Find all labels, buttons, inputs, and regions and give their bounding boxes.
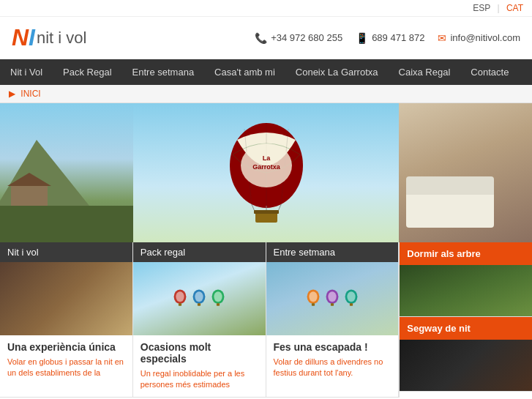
mini-balloon-1 xyxy=(172,288,188,309)
phone2-icon: 📱 xyxy=(356,32,368,44)
room-image xyxy=(0,262,132,335)
mini-balloon-2 xyxy=(191,288,207,309)
house-illustration xyxy=(11,184,48,209)
balloons-image xyxy=(133,262,266,335)
nav-item-caixa-regal[interactable]: Caixa Regal xyxy=(389,59,461,85)
sidebar: Dormir als arbre Segway de nit xyxy=(399,242,532,398)
mini-balloon-6 xyxy=(343,288,359,309)
logo-i: I xyxy=(29,24,35,51)
card-nit-i-vol: Nit i vol Una experiència única Volar en… xyxy=(0,242,133,398)
hero-left-panel xyxy=(0,103,133,242)
phone2-item: 📱 689 471 872 xyxy=(356,32,424,44)
mini-balloon-3 xyxy=(210,288,226,309)
balloons3-image xyxy=(266,262,399,335)
svg-rect-20 xyxy=(217,303,220,306)
svg-point-25 xyxy=(328,291,336,302)
bedroom-scene xyxy=(399,103,532,242)
phone1-icon: 📞 xyxy=(255,32,267,44)
lang-esp[interactable]: ESP xyxy=(473,3,490,13)
sidebar-item-dormir-header: Dormir als arbre xyxy=(400,242,532,265)
top-bar: ESP | CAT xyxy=(0,0,532,17)
breadcrumb-arrow: ▶ xyxy=(9,89,15,99)
breadcrumb-inici[interactable]: INICI xyxy=(20,89,40,99)
svg-rect-29 xyxy=(350,303,353,306)
svg-point-19 xyxy=(214,291,222,302)
nav-item-entre-setmana[interactable]: Entre setmana xyxy=(122,59,205,85)
card-entre-setmana-header: Entre setmana xyxy=(266,242,399,262)
forest-image xyxy=(400,265,532,316)
svg-point-16 xyxy=(195,291,203,302)
card-entre-setmana: Entre setmana xyxy=(266,242,400,398)
header-contacts: 📞 +34 972 680 255 📱 689 471 872 ✉ info@n… xyxy=(255,32,520,44)
mini-balloon-4 xyxy=(305,288,321,309)
card-entre-setmana-image xyxy=(266,262,399,335)
hero-right-panel xyxy=(399,103,532,242)
nav-item-contacte[interactable]: Contacte xyxy=(460,59,519,85)
svg-rect-26 xyxy=(331,303,334,306)
nav-item-casat-amb-mi[interactable]: Casa't amb mi xyxy=(204,59,285,85)
svg-rect-11 xyxy=(254,210,279,214)
phone1-item: 📞 +34 972 680 255 xyxy=(255,32,342,44)
phone2-number[interactable]: 689 471 872 xyxy=(372,32,424,43)
nav-item-nit-i-vol[interactable]: Nit i Vol xyxy=(0,59,53,85)
sidebar-item-dormir[interactable]: Dormir als arbre xyxy=(400,242,532,317)
lang-cat[interactable]: CAT xyxy=(506,3,523,13)
logo-n: N xyxy=(12,24,29,51)
svg-point-28 xyxy=(347,291,355,302)
mini-balloon-5 xyxy=(324,288,340,309)
card-pack-regal-body: Ocasions molt especials Un regal inoblid… xyxy=(133,335,266,397)
sidebar-item-segway[interactable]: Segway de nit xyxy=(400,317,532,392)
card-entre-setmana-body: Fes una escapada ! Volar de dilluns a di… xyxy=(266,335,399,385)
svg-text:Garrotxa: Garrotxa xyxy=(252,163,281,171)
hero-center-panel: La Garrotxa xyxy=(133,103,399,242)
card-nit-i-vol-title: Una experiència única xyxy=(7,341,125,353)
svg-point-22 xyxy=(309,291,317,302)
logo[interactable]: NInit i vol xyxy=(12,24,86,51)
email-item: ✉ info@nitivol.com xyxy=(438,32,520,44)
card-pack-regal: Pack regal O xyxy=(133,242,266,398)
svg-rect-23 xyxy=(312,303,315,306)
segway-image xyxy=(400,340,532,391)
email-icon: ✉ xyxy=(438,32,446,44)
card-nit-i-vol-header: Nit i vol xyxy=(0,242,132,262)
card-nit-i-vol-body: Una experiència única Volar en globus i … xyxy=(0,335,132,385)
sidebar-item-dormir-image xyxy=(400,265,532,316)
card-nit-i-vol-image xyxy=(0,262,132,335)
breadcrumb: ▶ INICI xyxy=(0,85,532,103)
card-pack-regal-desc: Un regal inoblidable per a les persones … xyxy=(141,368,258,391)
card-nit-i-vol-desc: Volar en globus i passar la nit en un de… xyxy=(7,357,125,379)
main-nav: Nit i Vol Pack Regal Entre setmana Casa'… xyxy=(0,59,532,85)
phone1-number[interactable]: +34 972 680 255 xyxy=(271,32,342,43)
svg-text:La: La xyxy=(262,154,270,162)
card-pack-regal-image xyxy=(133,262,266,335)
card-pack-regal-title: Ocasions molt especials xyxy=(141,341,258,365)
sidebar-item-segway-header: Segway de nit xyxy=(400,317,532,340)
logo-text: nit i vol xyxy=(37,29,86,48)
cards-section: Nit i vol Una experiència única Volar en… xyxy=(0,242,532,398)
nav-item-pack-regal[interactable]: Pack Regal xyxy=(53,59,121,85)
balloon-svg: La Garrotxa xyxy=(222,118,310,228)
header: NInit i vol 📞 +34 972 680 255 📱 689 471 … xyxy=(0,17,532,59)
svg-rect-17 xyxy=(198,303,201,306)
card-entre-setmana-title: Fes una escapada ! xyxy=(274,341,391,353)
mountain-scene xyxy=(0,103,133,242)
email-address[interactable]: info@nitivol.com xyxy=(450,32,520,43)
hero-banner: La Garrotxa xyxy=(0,103,532,242)
svg-point-13 xyxy=(176,291,184,302)
bed-illustration xyxy=(406,191,494,228)
sidebar-item-segway-image xyxy=(400,340,532,391)
lang-separator: | xyxy=(497,3,499,13)
card-entre-setmana-desc: Volar de dilluns a divendres no festius … xyxy=(274,357,391,379)
balloon-container: La Garrotxa xyxy=(222,118,310,228)
svg-rect-14 xyxy=(179,303,181,306)
card-pack-regal-header: Pack regal xyxy=(133,242,266,262)
nav-item-coneix-la-garrotxa[interactable]: Coneix La Garrotxa xyxy=(285,59,389,85)
